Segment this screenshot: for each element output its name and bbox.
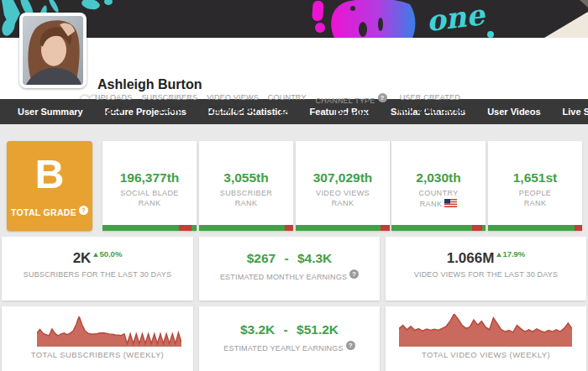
country-link[interactable]: US: [268, 105, 307, 115]
profile-header: Ashleigh Burton UPLOADS 223 SUBSCRIBERS …: [0, 38, 588, 99]
label-text: ESTIMATED YEARLY EARNINGS: [223, 344, 343, 353]
help-icon[interactable]: [349, 269, 359, 279]
rank-label: SOCIAL BLADE: [102, 189, 197, 197]
stat-uploads: UPLOADS 223: [95, 93, 132, 118]
stat-label: CHANNEL TYPE: [316, 93, 387, 105]
total-video-views-chart-card: TOTAL VIDEO VIEWS (WEEKLY): [386, 306, 586, 371]
channel-stats-row: UPLOADS 223 SUBSCRIBERS 114K VIDEO VIEWS…: [95, 93, 464, 118]
grade-letter: B: [7, 154, 92, 195]
grade-label: TOTAL GRADE: [7, 206, 92, 217]
grade-label-text: TOTAL GRADE: [11, 207, 76, 217]
rank-value: 1,651st: [488, 170, 582, 186]
rank-label-text: RANK: [420, 200, 443, 208]
rank-label: PEOPLE: [488, 189, 582, 197]
stat-label: USER CREATED: [396, 93, 465, 102]
video-views-chart-label: TOTAL VIDEO VIEWS (WEEKLY): [386, 350, 586, 359]
total-grade-card: B TOTAL GRADE: [7, 141, 92, 231]
views-30-delta: 17.9%: [496, 249, 525, 259]
rank-progress-bar: [102, 225, 197, 231]
rank-bar-red-segment: [472, 225, 481, 231]
up-arrow-icon: [496, 253, 501, 257]
rank-progress-bar: [488, 225, 582, 231]
subscribers-30-days-card: 2K50.0% SUBSCRIBERS FOR THE LAST 30 DAYS: [2, 237, 193, 300]
subscribers-chart-label: TOTAL SUBSCRIBERS (WEEKLY): [2, 350, 193, 359]
rank-label: RANK: [488, 199, 582, 207]
stat-country: COUNTRY US: [268, 93, 307, 118]
yearly-earnings-value: $3.2K - $51.2K: [199, 322, 380, 337]
rank-label: RANK: [391, 199, 486, 208]
subscribers-weekly-sparkline: [37, 316, 181, 347]
views-30-days-card: 1.066M17.9% VIDEO VIEWS FOR THE LAST 30 …: [386, 237, 586, 300]
subs-30-label: SUBSCRIBERS FOR THE LAST 30 DAYS: [2, 270, 193, 279]
yearly-earnings-label: ESTIMATED YEARLY EARNINGS: [199, 341, 380, 353]
gradient-splash-icon: [331, 0, 415, 38]
tab-live-subscriber-count[interactable]: Live Subscriber Count: [552, 107, 588, 117]
channel-banner: one: [0, 0, 588, 38]
views-30-value: 1.066M: [447, 250, 495, 267]
rank-bar-red-segment: [575, 225, 582, 231]
stat-video-views: VIDEO VIEWS 23,574,240: [207, 93, 259, 118]
stat-channel-type: CHANNEL TYPE People: [316, 93, 387, 118]
stat-label: VIDEO VIEWS: [207, 93, 259, 102]
stat-label: COUNTRY: [268, 93, 307, 102]
yearly-earnings-card: $3.2K - $51.2K ESTIMATED YEARLY EARNINGS: [199, 306, 380, 371]
rank-value: 2,030th: [391, 170, 486, 186]
monthly-earnings-value: $267 - $4.3K: [199, 251, 380, 266]
rank-bar-red-segment: [179, 225, 192, 231]
channel-name: Ashleigh Burton: [97, 77, 202, 92]
socialblade-user-summary-page: one Ashleigh Burton UPLOADS 223 SUBSCRIB…: [0, 0, 588, 371]
monthly-earnings-card: $267 - $4.3K ESTIMATED MONTHLY EARNINGS: [199, 237, 380, 300]
rank-label: SUBSCRIBER: [199, 189, 293, 197]
stat-user-created: USER CREATED Nov 20th, 2018: [396, 93, 465, 118]
rank-progress-bar: [391, 225, 486, 231]
delta-text: 50.0%: [99, 249, 122, 259]
stat-label: SUBSCRIBERS: [141, 93, 197, 102]
help-icon[interactable]: [346, 341, 355, 350]
rank-progress-bar: [199, 225, 293, 231]
rank-progress-bar: [296, 225, 390, 231]
tab-user-summary[interactable]: User Summary: [7, 107, 94, 117]
rank-value: 3,055th: [199, 170, 293, 186]
subscriber-rank-card: 3,055th SUBSCRIBER RANK: [199, 141, 293, 231]
profile-avatar: [19, 13, 87, 88]
social-blade-rank-card: 196,377th SOCIAL BLADE RANK: [102, 141, 197, 231]
total-subscribers-chart-card: TOTAL SUBSCRIBERS (WEEKLY): [2, 306, 193, 371]
delta-text: 17.9%: [502, 249, 525, 259]
stat-value: Nov 20th, 2018: [396, 105, 465, 115]
label-text: ESTIMATED MONTHLY EARNINGS: [220, 273, 347, 281]
help-icon[interactable]: [378, 93, 387, 102]
video-views-weekly-sparkline: [399, 314, 572, 347]
stat-label: UPLOADS: [95, 93, 132, 102]
subs-30-delta: 50.0%: [93, 249, 122, 259]
video-views-rank-card: 307,029th VIDEO VIEWS RANK: [296, 141, 390, 231]
rank-label: RANK: [102, 199, 197, 207]
rank-value: 196,377th: [102, 170, 197, 186]
rank-bar-red-segment: [285, 225, 293, 231]
people-rank-card: 1,651st PEOPLE RANK: [488, 141, 582, 231]
monthly-earnings-label: ESTIMATED MONTHLY EARNINGS: [199, 269, 380, 281]
stat-value: 114K: [141, 105, 197, 115]
tab-user-videos[interactable]: User Videos: [476, 107, 551, 117]
rank-label: RANK: [296, 199, 390, 207]
rank-label: COUNTRY: [391, 189, 486, 197]
views-30-label: VIDEO VIEWS FOR THE LAST 30 DAYS: [386, 270, 586, 279]
stat-subscribers: SUBSCRIBERS 114K: [141, 93, 197, 118]
stat-value: 223: [95, 105, 132, 115]
rank-bar-red-segment: [381, 225, 390, 231]
rank-label: VIDEO VIEWS: [296, 189, 390, 197]
country-rank-card: 2,030th COUNTRY RANK: [391, 141, 486, 231]
stat-label-text: CHANNEL TYPE: [316, 97, 375, 105]
stat-value: 23,574,240: [207, 105, 259, 115]
rank-value: 307,029th: [296, 170, 390, 186]
rank-label: RANK: [199, 199, 293, 207]
up-arrow-icon: [93, 253, 98, 257]
subs-30-value: 2K: [73, 250, 92, 267]
channel-type-link[interactable]: People: [316, 108, 387, 118]
us-flag-icon: [444, 199, 457, 207]
script-tail-icon: [487, 31, 494, 38]
help-icon[interactable]: [79, 206, 88, 215]
